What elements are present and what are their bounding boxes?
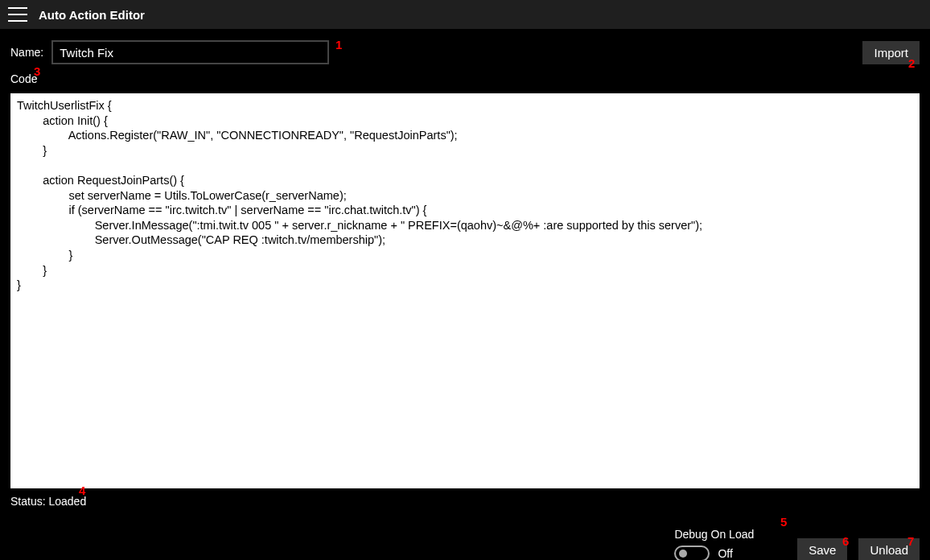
status-text: Status: Loaded: [10, 495, 920, 508]
menu-icon[interactable]: [8, 7, 27, 22]
name-label: Name:: [10, 46, 43, 59]
toggle-knob: [679, 550, 687, 558]
unload-button[interactable]: Unload: [858, 538, 920, 560]
titlebar: Auto Action Editor: [0, 0, 930, 29]
code-editor[interactable]: TwitchUserlistFix { action Init() { Acti…: [10, 93, 920, 488]
name-input[interactable]: [51, 40, 329, 64]
content-area: Name: Import Code TwitchUserlistFix { ac…: [0, 29, 930, 508]
window-title: Auto Action Editor: [39, 8, 145, 22]
save-button[interactable]: Save: [797, 538, 847, 560]
import-button[interactable]: Import: [862, 41, 920, 64]
bottom-controls: Debug On Load Off Save Unload: [674, 528, 920, 560]
code-label: Code: [10, 72, 920, 85]
debug-toggle-row: Off: [674, 546, 754, 560]
name-row: Name: Import: [10, 40, 920, 64]
debug-on-load-block: Debug On Load Off: [674, 528, 754, 560]
debug-on-load-toggle[interactable]: [674, 546, 710, 560]
annotation-5: 5: [780, 515, 787, 529]
debug-on-load-state: Off: [718, 547, 732, 560]
debug-on-load-label: Debug On Load: [674, 528, 754, 541]
